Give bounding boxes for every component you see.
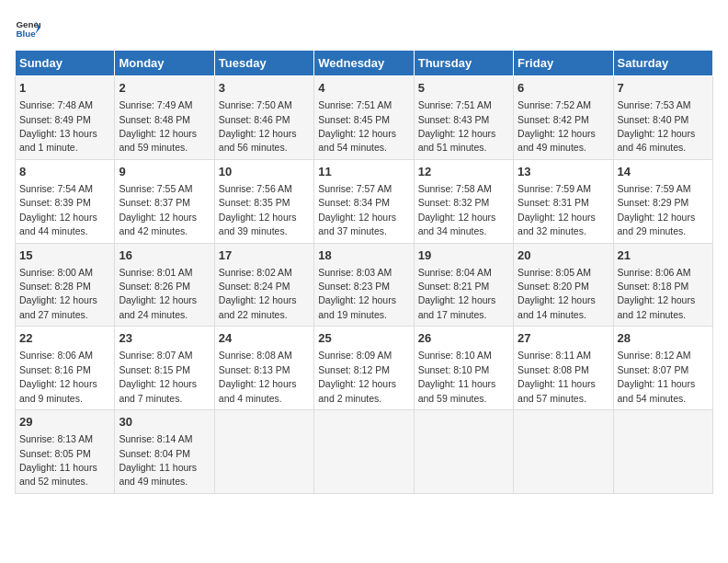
sunset-text: Sunset: 8:42 PM — [518, 114, 589, 125]
sunset-text: Sunset: 8:12 PM — [318, 364, 390, 375]
calendar-cell — [613, 410, 712, 494]
header-day-saturday: Saturday — [613, 51, 712, 76]
daylight-text: Daylight: 12 hours and 51 minutes. — [418, 128, 496, 153]
sunrise-text: Sunrise: 8:05 AM — [518, 267, 591, 278]
calendar-cell: 11 Sunrise: 7:57 AM Sunset: 8:34 PM Dayl… — [314, 159, 414, 243]
daylight-text: Daylight: 12 hours and 22 minutes. — [219, 294, 297, 319]
daylight-text: Daylight: 12 hours and 56 minutes. — [219, 128, 297, 153]
day-number: 23 — [119, 330, 210, 347]
sunrise-text: Sunrise: 7:54 AM — [19, 183, 93, 194]
daylight-text: Daylight: 12 hours and 59 minutes. — [119, 128, 197, 153]
calendar-cell: 8 Sunrise: 7:54 AM Sunset: 8:39 PM Dayli… — [16, 159, 115, 243]
day-number: 9 — [119, 164, 210, 180]
calendar-cell: 3 Sunrise: 7:50 AM Sunset: 8:46 PM Dayli… — [214, 76, 313, 160]
day-number: 10 — [219, 164, 310, 180]
header-day-monday: Monday — [115, 51, 214, 76]
sunrise-text: Sunrise: 8:00 AM — [19, 267, 93, 278]
sunset-text: Sunset: 8:43 PM — [418, 114, 490, 125]
svg-text:Blue: Blue — [16, 29, 36, 39]
day-number: 19 — [418, 247, 509, 264]
calendar-cell: 10 Sunrise: 7:56 AM Sunset: 8:35 PM Dayl… — [214, 159, 313, 243]
calendar-cell: 27 Sunrise: 8:11 AM Sunset: 8:08 PM Dayl… — [514, 327, 613, 410]
header-day-wednesday: Wednesday — [314, 51, 414, 76]
sunrise-text: Sunrise: 8:14 AM — [119, 433, 192, 444]
daylight-text: Daylight: 12 hours and 42 minutes. — [119, 212, 197, 236]
day-number: 20 — [518, 247, 609, 264]
sunrise-text: Sunrise: 7:58 AM — [418, 183, 492, 194]
sunset-text: Sunset: 8:37 PM — [119, 197, 190, 208]
logo-icon: General Blue — [15, 15, 40, 40]
daylight-text: Daylight: 12 hours and 46 minutes. — [618, 128, 696, 153]
sunrise-text: Sunrise: 7:55 AM — [119, 183, 192, 194]
sunrise-text: Sunrise: 7:59 AM — [518, 183, 591, 194]
sunrise-text: Sunrise: 8:13 AM — [19, 433, 93, 444]
day-number: 2 — [119, 80, 210, 97]
sunset-text: Sunset: 8:20 PM — [518, 281, 589, 292]
logo: General Blue — [15, 15, 40, 40]
sunset-text: Sunset: 8:29 PM — [618, 197, 689, 208]
day-number: 1 — [19, 80, 110, 97]
sunset-text: Sunset: 8:18 PM — [618, 281, 689, 292]
calendar-cell: 18 Sunrise: 8:03 AM Sunset: 8:23 PM Dayl… — [314, 243, 414, 327]
daylight-text: Daylight: 11 hours and 49 minutes. — [119, 462, 197, 487]
sunset-text: Sunset: 8:40 PM — [618, 114, 689, 125]
sunset-text: Sunset: 8:24 PM — [219, 281, 290, 292]
calendar-cell: 25 Sunrise: 8:09 AM Sunset: 8:12 PM Dayl… — [314, 327, 414, 410]
sunset-text: Sunset: 8:31 PM — [518, 197, 589, 208]
sunset-text: Sunset: 8:04 PM — [119, 448, 190, 459]
day-number: 15 — [19, 247, 110, 264]
calendar-cell: 6 Sunrise: 7:52 AM Sunset: 8:42 PM Dayli… — [514, 76, 613, 160]
daylight-text: Daylight: 11 hours and 57 minutes. — [518, 378, 596, 403]
sunrise-text: Sunrise: 7:52 AM — [518, 99, 591, 110]
calendar-table: SundayMondayTuesdayWednesdayThursdayFrid… — [15, 50, 713, 494]
sunset-text: Sunset: 8:34 PM — [318, 197, 390, 208]
calendar-cell: 29 Sunrise: 8:13 AM Sunset: 8:05 PM Dayl… — [16, 410, 115, 494]
day-number: 24 — [219, 330, 310, 347]
daylight-text: Daylight: 12 hours and 7 minutes. — [119, 378, 197, 403]
sunset-text: Sunset: 8:23 PM — [318, 281, 390, 292]
sunset-text: Sunset: 8:49 PM — [19, 114, 91, 125]
day-number: 6 — [518, 80, 609, 97]
calendar-week-5: 29 Sunrise: 8:13 AM Sunset: 8:05 PM Dayl… — [16, 410, 713, 494]
header-day-tuesday: Tuesday — [214, 51, 313, 76]
sunrise-text: Sunrise: 7:51 AM — [318, 99, 392, 110]
daylight-text: Daylight: 12 hours and 39 minutes. — [219, 212, 297, 236]
calendar-cell — [314, 410, 414, 494]
calendar-week-1: 1 Sunrise: 7:48 AM Sunset: 8:49 PM Dayli… — [16, 76, 713, 160]
calendar-cell: 17 Sunrise: 8:02 AM Sunset: 8:24 PM Dayl… — [214, 243, 313, 327]
day-number: 5 — [418, 80, 509, 97]
day-number: 8 — [19, 164, 110, 180]
sunrise-text: Sunrise: 8:02 AM — [219, 267, 292, 278]
calendar-cell: 5 Sunrise: 7:51 AM Sunset: 8:43 PM Dayli… — [414, 76, 513, 160]
daylight-text: Daylight: 12 hours and 9 minutes. — [19, 378, 97, 403]
sunrise-text: Sunrise: 7:49 AM — [119, 99, 192, 110]
calendar-cell: 21 Sunrise: 8:06 AM Sunset: 8:18 PM Dayl… — [613, 243, 712, 327]
calendar-cell: 23 Sunrise: 8:07 AM Sunset: 8:15 PM Dayl… — [115, 327, 214, 410]
sunset-text: Sunset: 8:35 PM — [219, 197, 290, 208]
sunset-text: Sunset: 8:13 PM — [219, 364, 290, 375]
day-number: 18 — [318, 247, 409, 264]
day-number: 4 — [318, 80, 409, 97]
day-number: 13 — [518, 164, 609, 180]
daylight-text: Daylight: 12 hours and 37 minutes. — [318, 212, 396, 236]
calendar-cell: 14 Sunrise: 7:59 AM Sunset: 8:29 PM Dayl… — [613, 159, 712, 243]
calendar-cell: 1 Sunrise: 7:48 AM Sunset: 8:49 PM Dayli… — [16, 76, 115, 160]
sunset-text: Sunset: 8:39 PM — [19, 197, 91, 208]
header-day-sunday: Sunday — [16, 51, 115, 76]
daylight-text: Daylight: 12 hours and 4 minutes. — [219, 378, 297, 403]
day-number: 25 — [318, 330, 409, 347]
page-header: General Blue — [15, 15, 713, 40]
header-day-thursday: Thursday — [414, 51, 513, 76]
day-number: 7 — [618, 80, 709, 97]
sunrise-text: Sunrise: 8:06 AM — [19, 350, 93, 361]
calendar-cell: 9 Sunrise: 7:55 AM Sunset: 8:37 PM Dayli… — [115, 159, 214, 243]
sunset-text: Sunset: 8:26 PM — [119, 281, 190, 292]
daylight-text: Daylight: 12 hours and 49 minutes. — [518, 128, 596, 153]
daylight-text: Daylight: 12 hours and 32 minutes. — [518, 212, 596, 236]
sunrise-text: Sunrise: 7:51 AM — [418, 99, 492, 110]
day-number: 28 — [618, 330, 709, 347]
sunset-text: Sunset: 8:08 PM — [518, 364, 589, 375]
sunrise-text: Sunrise: 8:04 AM — [418, 267, 492, 278]
sunset-text: Sunset: 8:10 PM — [418, 364, 490, 375]
calendar-cell: 28 Sunrise: 8:12 AM Sunset: 8:07 PM Dayl… — [613, 327, 712, 410]
